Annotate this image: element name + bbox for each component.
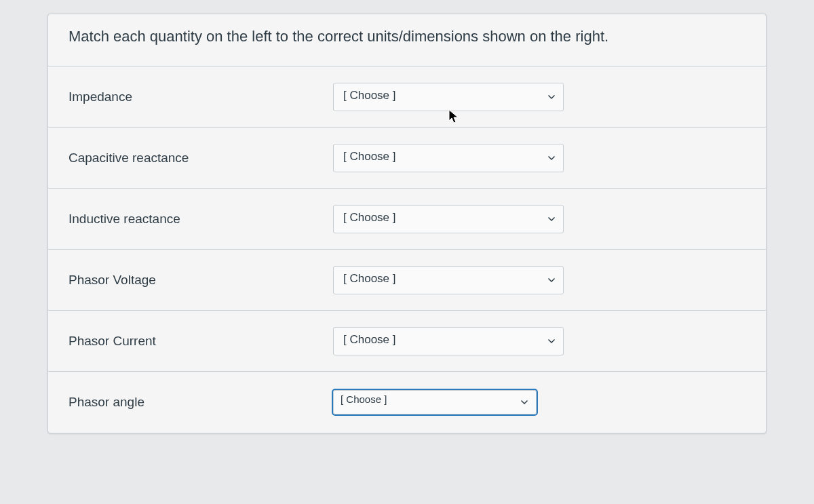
dropdown-capacitive-reactance[interactable]: [ Choose ]	[333, 144, 564, 172]
dropdown-phasor-current[interactable]: [ Choose ]	[333, 327, 564, 355]
dropdown-wrapper: [ Choose ]	[333, 266, 564, 294]
match-row: Capacitive reactance [ Choose ]	[48, 128, 766, 189]
match-label-impedance: Impedance	[69, 90, 333, 104]
match-row: Inductive reactance [ Choose ]	[48, 189, 766, 250]
dropdown-impedance[interactable]: [ Choose ]	[333, 83, 564, 111]
dropdown-wrapper: [ Choose ]	[333, 390, 537, 414]
question-container: Match each quantity on the left to the c…	[47, 14, 767, 433]
dropdown-wrapper: [ Choose ]	[333, 205, 564, 233]
match-row: Phasor Voltage [ Choose ]	[48, 250, 766, 311]
matching-rows: Impedance [ Choose ] Capacitive reactanc…	[48, 66, 766, 433]
match-label-phasor-current: Phasor Current	[69, 334, 333, 349]
dropdown-wrapper: [ Choose ]	[333, 327, 564, 355]
dropdown-inductive-reactance[interactable]: [ Choose ]	[333, 205, 564, 233]
dropdown-phasor-voltage[interactable]: [ Choose ]	[333, 266, 564, 294]
dropdown-phasor-angle[interactable]: [ Choose ]	[333, 390, 537, 414]
match-row: Phasor angle [ Choose ]	[48, 372, 766, 433]
match-label-inductive-reactance: Inductive reactance	[69, 212, 333, 227]
match-label-capacitive-reactance: Capacitive reactance	[69, 151, 333, 166]
dropdown-wrapper: [ Choose ]	[333, 83, 564, 111]
question-prompt: Match each quantity on the left to the c…	[48, 14, 766, 66]
match-label-phasor-voltage: Phasor Voltage	[69, 273, 333, 288]
match-row: Impedance [ Choose ]	[48, 66, 766, 128]
match-label-phasor-angle: Phasor angle	[69, 395, 333, 410]
match-row: Phasor Current [ Choose ]	[48, 311, 766, 372]
dropdown-wrapper: [ Choose ]	[333, 144, 564, 172]
